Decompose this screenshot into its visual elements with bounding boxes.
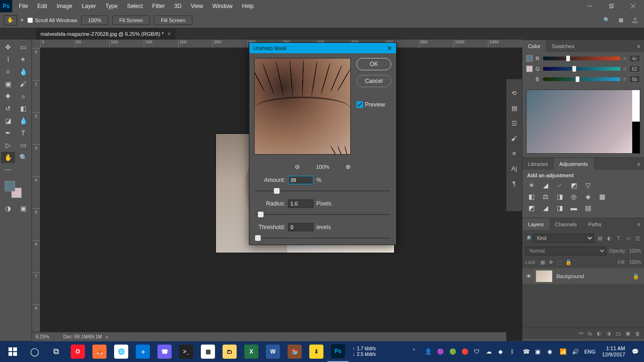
zoom-out-icon[interactable]: ⊖ — [295, 163, 300, 170]
clone-tool-icon[interactable]: ⟐ — [16, 90, 30, 102]
fill-screen-button[interactable]: Fill Screen — [154, 16, 192, 25]
paragraph-panel-icon[interactable]: ≡ — [510, 149, 519, 157]
radius-input[interactable] — [288, 199, 314, 208]
taskbar-photoshop[interactable]: Ps — [327, 341, 349, 362]
glyphs-panel-icon[interactable]: ¶ — [510, 179, 519, 188]
taskbar-word[interactable]: W — [262, 341, 284, 362]
status-chevron-icon[interactable]: ▸ — [105, 334, 108, 339]
posterize-icon[interactable]: ◢ — [541, 204, 550, 212]
tray-chevron-icon[interactable]: ˄ — [413, 348, 420, 355]
hue-sat-icon[interactable]: ◧ — [527, 192, 536, 201]
color-spectrum[interactable] — [526, 90, 640, 154]
history-panel-icon[interactable]: ⟲ — [510, 89, 519, 97]
panel-menu-icon[interactable]: ≡ — [634, 222, 644, 227]
brushes-panel-icon[interactable]: 🖌 — [510, 134, 519, 142]
layer-fx-icon[interactable]: fx — [588, 331, 592, 337]
new-layer-icon[interactable]: ▣ — [626, 330, 630, 337]
window-restore-button[interactable] — [601, 0, 622, 12]
layer-row[interactable]: 👁 Background 🔒 — [522, 268, 644, 284]
search-icon[interactable]: 🔍 — [602, 15, 612, 25]
tray-app5-icon[interactable]: ▣ — [535, 348, 543, 355]
character-panel-icon[interactable]: A| — [510, 164, 519, 173]
tray-viber-icon[interactable]: ☎ — [523, 348, 530, 355]
r-value-input[interactable] — [629, 55, 640, 62]
zoom-level[interactable]: 6.25% — [36, 334, 49, 339]
layer-visibility-icon[interactable]: 👁 — [525, 273, 532, 279]
b-value-input[interactable] — [629, 75, 640, 83]
dialog-close-icon[interactable]: ✕ — [387, 45, 392, 52]
path-select-tool-icon[interactable]: ▷ — [1, 140, 15, 151]
foreground-color-swatch[interactable] — [5, 181, 15, 191]
radius-slider[interactable] — [255, 211, 390, 218]
healing-tool-icon[interactable]: ✚ — [1, 90, 15, 102]
photo-filter-icon[interactable]: ◎ — [570, 192, 578, 201]
task-view-button[interactable]: ⧉ — [45, 341, 67, 362]
taskbar-winrar[interactable]: 📚 — [284, 341, 305, 362]
tray-app4-icon[interactable]: ◆ — [498, 348, 506, 355]
tab-color[interactable]: Color — [522, 40, 546, 52]
taskbar-opera[interactable]: O — [67, 341, 89, 362]
invert-icon[interactable]: ◩ — [527, 204, 536, 212]
screen-mode-icon[interactable]: ▣ — [16, 203, 30, 214]
tray-app1-icon[interactable]: 🟣 — [437, 348, 445, 355]
menu-image[interactable]: Image — [52, 0, 77, 12]
menu-window[interactable]: Window — [208, 0, 238, 12]
blur-tool-icon[interactable]: 💧 — [16, 115, 30, 126]
delete-layer-icon[interactable]: 🗑 — [635, 331, 640, 337]
network-monitor[interactable]: ↑1.7 kbit/s ↓2.5 kbit/s — [353, 346, 376, 357]
gradient-map-icon[interactable]: ▬ — [570, 204, 578, 212]
fg-bg-swatches[interactable] — [1, 180, 31, 199]
link-layers-icon[interactable]: ⚯ — [579, 330, 583, 337]
hand-tool-icon[interactable]: ✋ — [4, 15, 17, 25]
zoom-100-button[interactable]: 100% — [81, 16, 108, 25]
eraser-tool-icon[interactable]: ◪ — [1, 115, 15, 126]
tray-app6-icon[interactable]: ◉ — [547, 348, 555, 355]
actions-panel-icon[interactable]: ▤ — [510, 104, 519, 112]
share-icon[interactable] — [630, 15, 640, 25]
start-button[interactable] — [2, 341, 24, 362]
hand-tool-icon[interactable]: ✋ — [1, 152, 15, 163]
preview-checkbox[interactable]: Preview — [356, 101, 391, 108]
tray-language[interactable]: ENG — [584, 349, 595, 354]
g-value-input[interactable] — [629, 65, 640, 73]
tray-app3-icon[interactable]: 🔴 — [462, 348, 469, 355]
filter-smart-icon[interactable]: ◫ — [634, 235, 641, 242]
quick-select-tool-icon[interactable]: ✴ — [16, 54, 30, 65]
lock-pixels-icon[interactable]: ▦ — [540, 259, 545, 265]
filter-adjust-icon[interactable]: ◐ — [605, 235, 613, 242]
ruler-origin[interactable] — [32, 40, 41, 48]
lock-artboard-icon[interactable]: ⬚ — [557, 259, 561, 265]
vibrance-icon[interactable]: ▽ — [584, 181, 592, 189]
lasso-tool-icon[interactable]: ⌇ — [1, 54, 15, 65]
lock-all-icon[interactable]: 🔒 — [565, 259, 572, 265]
document-tab[interactable]: malvestida-magazine-270528.jpg @ 6.25% (… — [36, 28, 175, 40]
window-minimize-button[interactable] — [579, 0, 601, 12]
shape-tool-icon[interactable]: ▭ — [16, 140, 30, 151]
channel-mixer-icon[interactable]: ◈ — [584, 192, 592, 201]
tab-swatches[interactable]: Swatches — [546, 40, 580, 52]
amount-slider[interactable] — [255, 187, 390, 195]
quick-mask-icon[interactable]: ◑ — [1, 203, 15, 214]
close-tab-icon[interactable]: × — [167, 31, 171, 37]
more-tools-icon[interactable]: ⋯ — [1, 164, 15, 175]
ruler-vertical[interactable]: 012345678 — [32, 48, 41, 341]
fill-value[interactable]: 100% — [629, 260, 641, 265]
taskbar-viber[interactable]: ☎ — [154, 341, 175, 362]
opacity-value[interactable]: 100% — [629, 248, 641, 254]
crop-tool-icon[interactable]: ⌗ — [1, 66, 15, 77]
curves-icon[interactable]: ⟋ — [555, 181, 564, 189]
filter-type-icon[interactable]: T — [615, 235, 622, 242]
taskbar-chrome[interactable]: 🌐 — [110, 341, 132, 362]
brush-tool-icon[interactable]: 🖌 — [16, 78, 30, 90]
filter-pixel-icon[interactable]: ▤ — [596, 235, 603, 242]
tray-notifications-icon[interactable]: 💬 — [632, 348, 639, 355]
layer-name[interactable]: Background — [556, 273, 629, 279]
frame-tool-icon[interactable]: ▣ — [1, 78, 15, 90]
group-layers-icon[interactable]: 🗀 — [616, 331, 621, 337]
menu-help[interactable]: Help — [237, 0, 258, 12]
dialog-titlebar[interactable]: Unsharp Mask ✕ — [249, 43, 396, 53]
menu-filter[interactable]: Filter — [148, 0, 170, 12]
taskbar-firefox[interactable]: 🦊 — [89, 341, 110, 362]
taskbar-explorer[interactable]: 🗀 — [219, 341, 240, 362]
b-slider[interactable] — [543, 77, 620, 81]
